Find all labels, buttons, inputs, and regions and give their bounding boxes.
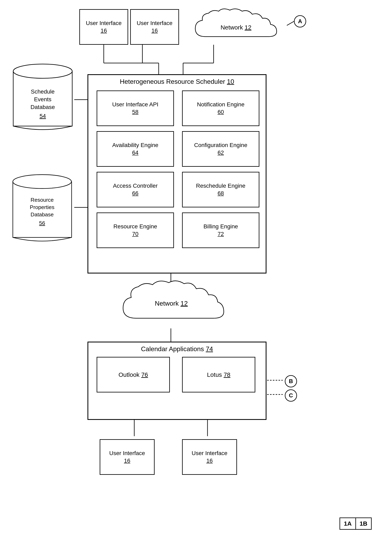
svg-text:Database: Database bbox=[30, 104, 55, 110]
svg-line-16 bbox=[287, 21, 294, 25]
diagram: User Interface 16 User Interface 16 Netw… bbox=[0, 0, 392, 548]
svg-point-24 bbox=[13, 175, 71, 188]
svg-text:Database: Database bbox=[30, 211, 54, 218]
circle-c: C bbox=[285, 389, 297, 402]
user-interface-top-right: User Interface 16 bbox=[130, 9, 179, 45]
network-top-cloud: Network 12 bbox=[189, 8, 287, 45]
lotus-box: Lotus 78 bbox=[182, 357, 255, 392]
sheet-1a: 1A bbox=[340, 518, 356, 529]
svg-text:56: 56 bbox=[39, 220, 45, 226]
billing-engine-box: Billing Engine 72 bbox=[182, 213, 259, 248]
notification-engine-box: Notification Engine 60 bbox=[182, 90, 259, 126]
svg-text:Events: Events bbox=[34, 96, 51, 103]
circle-b: B bbox=[285, 375, 297, 387]
outlook-box: Outlook 76 bbox=[97, 357, 170, 392]
schedule-events-db: Schedule Events Database 54 bbox=[11, 63, 74, 136]
svg-text:Schedule: Schedule bbox=[31, 89, 55, 95]
user-interface-bottom-left: User Interface 16 bbox=[100, 439, 154, 475]
resource-properties-db: Resource Properties Database 56 bbox=[9, 174, 75, 247]
svg-text:Network 12: Network 12 bbox=[221, 24, 252, 31]
svg-text:Properties: Properties bbox=[30, 204, 55, 210]
access-controller-box: Access Controller 66 bbox=[97, 172, 174, 208]
svg-text:54: 54 bbox=[39, 113, 46, 119]
configuration-engine-box: Configuration Engine 62 bbox=[182, 131, 259, 167]
svg-point-18 bbox=[13, 64, 72, 78]
circle-a: A bbox=[294, 15, 306, 28]
resource-engine-box: Resource Engine 70 bbox=[97, 213, 174, 248]
availability-engine-box: Availability Engine 64 bbox=[97, 131, 174, 167]
user-interface-top-left: User Interface 16 bbox=[79, 9, 128, 45]
ui-api-box: User Interface API 58 bbox=[97, 90, 174, 126]
sheet-label-box: 1A 1B bbox=[340, 518, 372, 530]
network-middle-cloud: Network 12 bbox=[116, 280, 226, 328]
user-interface-bottom-right: User Interface 16 bbox=[182, 439, 237, 475]
reschedule-engine-box: Reschedule Engine 68 bbox=[182, 172, 259, 208]
svg-text:Network 12: Network 12 bbox=[155, 300, 188, 307]
svg-text:Resource: Resource bbox=[30, 197, 54, 203]
sheet-1b: 1B bbox=[356, 518, 371, 529]
